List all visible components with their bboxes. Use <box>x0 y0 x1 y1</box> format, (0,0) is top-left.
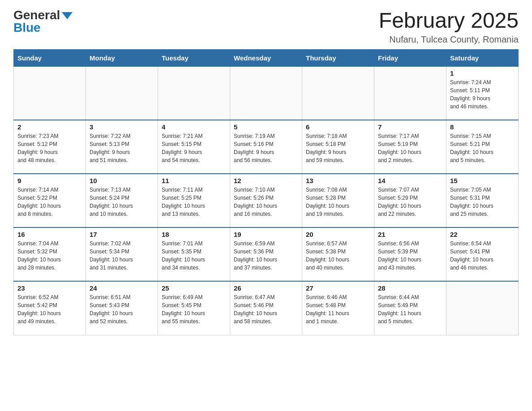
day-info-w3-d2: Sunrise: 7:01 AMSunset: 5:35 PMDaylight:… <box>162 240 226 272</box>
calendar-cell-w0-d5 <box>374 66 446 120</box>
calendar-cell-w1-d2: 4Sunrise: 7:21 AMSunset: 5:15 PMDaylight… <box>158 120 230 174</box>
header-saturday: Saturday <box>446 49 519 66</box>
day-number-w2-d0: 9 <box>17 177 82 184</box>
day-info-w4-d5: Sunrise: 6:44 AMSunset: 5:49 PMDaylight:… <box>378 293 442 325</box>
day-info-w1-d6: Sunrise: 7:15 AMSunset: 5:21 PMDaylight:… <box>450 132 515 164</box>
day-number-w3-d3: 19 <box>234 231 298 238</box>
calendar-cell-w4-d6 <box>446 281 519 335</box>
calendar-cell-w3-d3: 19Sunrise: 6:59 AMSunset: 5:36 PMDayligh… <box>230 227 302 281</box>
day-number-w4-d4: 27 <box>306 284 370 292</box>
calendar-cell-w0-d6: 1Sunrise: 7:24 AMSunset: 5:11 PMDaylight… <box>446 66 519 120</box>
day-info-w2-d3: Sunrise: 7:10 AMSunset: 5:26 PMDaylight:… <box>234 186 298 218</box>
location: Nufaru, Tulcea County, Romania <box>379 34 519 45</box>
logo: General Blue <box>13 9 73 34</box>
day-info-w3-d1: Sunrise: 7:02 AMSunset: 5:34 PMDaylight:… <box>90 240 154 272</box>
calendar-cell-w2-d1: 10Sunrise: 7:13 AMSunset: 5:24 PMDayligh… <box>86 174 158 227</box>
day-number-w0-d6: 1 <box>450 69 515 77</box>
header-tuesday: Tuesday <box>158 49 230 66</box>
calendar-cell-w3-d0: 16Sunrise: 7:04 AMSunset: 5:32 PMDayligh… <box>14 227 86 281</box>
calendar-cell-w2-d5: 14Sunrise: 7:07 AMSunset: 5:29 PMDayligh… <box>374 174 446 227</box>
day-info-w4-d2: Sunrise: 6:49 AMSunset: 5:45 PMDaylight:… <box>162 293 226 325</box>
calendar-cell-w0-d0 <box>14 66 86 120</box>
day-info-w2-d4: Sunrise: 7:08 AMSunset: 5:28 PMDaylight:… <box>306 186 370 218</box>
header-thursday: Thursday <box>302 49 374 66</box>
title-block: February 2025 Nufaru, Tulcea County, Rom… <box>379 9 519 45</box>
day-info-w1-d1: Sunrise: 7:22 AMSunset: 5:13 PMDaylight:… <box>90 132 154 164</box>
calendar-cell-w4-d1: 24Sunrise: 6:51 AMSunset: 5:43 PMDayligh… <box>86 281 158 335</box>
day-info-w3-d5: Sunrise: 6:56 AMSunset: 5:39 PMDaylight:… <box>378 240 442 272</box>
day-number-w2-d6: 15 <box>450 177 515 184</box>
day-number-w1-d0: 2 <box>17 123 82 131</box>
day-number-w1-d3: 5 <box>234 123 298 131</box>
day-number-w1-d1: 3 <box>90 123 154 131</box>
calendar-cell-w3-d1: 17Sunrise: 7:02 AMSunset: 5:34 PMDayligh… <box>86 227 158 281</box>
header-friday: Friday <box>374 49 446 66</box>
calendar-cell-w4-d4: 27Sunrise: 6:46 AMSunset: 5:48 PMDayligh… <box>302 281 374 335</box>
day-number-w1-d2: 4 <box>162 123 226 131</box>
day-number-w4-d0: 23 <box>17 284 82 292</box>
logo-triangle-icon <box>62 12 73 19</box>
logo-blue-text: Blue <box>13 21 41 34</box>
calendar-cell-w1-d3: 5Sunrise: 7:19 AMSunset: 5:16 PMDaylight… <box>230 120 302 174</box>
logo-line1: General <box>13 9 73 21</box>
day-info-w3-d4: Sunrise: 6:57 AMSunset: 5:38 PMDaylight:… <box>306 240 370 272</box>
day-number-w3-d4: 20 <box>306 231 370 238</box>
day-info-w2-d5: Sunrise: 7:07 AMSunset: 5:29 PMDaylight:… <box>378 186 442 218</box>
week-row-3: 16Sunrise: 7:04 AMSunset: 5:32 PMDayligh… <box>14 227 519 281</box>
logo-general-text: General <box>13 8 60 22</box>
page-header: General Blue February 2025 Nufaru, Tulce… <box>13 9 519 45</box>
calendar-cell-w1-d0: 2Sunrise: 7:23 AMSunset: 5:12 PMDaylight… <box>14 120 86 174</box>
calendar-cell-w4-d5: 28Sunrise: 6:44 AMSunset: 5:49 PMDayligh… <box>374 281 446 335</box>
day-number-w4-d1: 24 <box>90 284 154 292</box>
calendar-cell-w1-d5: 7Sunrise: 7:17 AMSunset: 5:19 PMDaylight… <box>374 120 446 174</box>
weekday-header-row: Sunday Monday Tuesday Wednesday Thursday… <box>14 49 519 66</box>
day-info-w2-d6: Sunrise: 7:05 AMSunset: 5:31 PMDaylight:… <box>450 186 515 218</box>
day-number-w4-d3: 26 <box>234 284 298 292</box>
day-info-w4-d3: Sunrise: 6:47 AMSunset: 5:46 PMDaylight:… <box>234 293 298 325</box>
calendar-cell-w0-d4 <box>302 66 374 120</box>
calendar-cell-w2-d2: 11Sunrise: 7:11 AMSunset: 5:25 PMDayligh… <box>158 174 230 227</box>
day-info-w1-d0: Sunrise: 7:23 AMSunset: 5:12 PMDaylight:… <box>17 132 82 164</box>
day-number-w3-d1: 17 <box>90 231 154 238</box>
header-monday: Monday <box>86 49 158 66</box>
day-info-w1-d3: Sunrise: 7:19 AMSunset: 5:16 PMDaylight:… <box>234 132 298 164</box>
day-number-w2-d3: 12 <box>234 177 298 184</box>
day-info-w3-d3: Sunrise: 6:59 AMSunset: 5:36 PMDaylight:… <box>234 240 298 272</box>
week-row-1: 2Sunrise: 7:23 AMSunset: 5:12 PMDaylight… <box>14 120 519 174</box>
day-number-w3-d0: 16 <box>17 231 82 238</box>
calendar-cell-w4-d2: 25Sunrise: 6:49 AMSunset: 5:45 PMDayligh… <box>158 281 230 335</box>
week-row-4: 23Sunrise: 6:52 AMSunset: 5:42 PMDayligh… <box>14 281 519 335</box>
month-title: February 2025 <box>379 9 519 33</box>
day-number-w1-d4: 6 <box>306 123 370 131</box>
day-number-w2-d5: 14 <box>378 177 442 184</box>
calendar-cell-w3-d6: 22Sunrise: 6:54 AMSunset: 5:41 PMDayligh… <box>446 227 519 281</box>
day-number-w2-d1: 10 <box>90 177 154 184</box>
day-info-w1-d2: Sunrise: 7:21 AMSunset: 5:15 PMDaylight:… <box>162 132 226 164</box>
day-info-w4-d1: Sunrise: 6:51 AMSunset: 5:43 PMDaylight:… <box>90 293 154 325</box>
calendar-cell-w1-d1: 3Sunrise: 7:22 AMSunset: 5:13 PMDaylight… <box>86 120 158 174</box>
day-number-w4-d5: 28 <box>378 284 442 292</box>
day-info-w2-d1: Sunrise: 7:13 AMSunset: 5:24 PMDaylight:… <box>90 186 154 218</box>
calendar-cell-w1-d4: 6Sunrise: 7:18 AMSunset: 5:18 PMDaylight… <box>302 120 374 174</box>
header-wednesday: Wednesday <box>230 49 302 66</box>
calendar-cell-w0-d3 <box>230 66 302 120</box>
day-number-w3-d5: 21 <box>378 231 442 238</box>
day-info-w2-d0: Sunrise: 7:14 AMSunset: 5:22 PMDaylight:… <box>17 186 82 218</box>
day-number-w3-d2: 18 <box>162 231 226 238</box>
calendar-cell-w3-d5: 21Sunrise: 6:56 AMSunset: 5:39 PMDayligh… <box>374 227 446 281</box>
day-info-w2-d2: Sunrise: 7:11 AMSunset: 5:25 PMDaylight:… <box>162 186 226 218</box>
day-number-w2-d4: 13 <box>306 177 370 184</box>
day-info-w4-d0: Sunrise: 6:52 AMSunset: 5:42 PMDaylight:… <box>17 293 82 325</box>
calendar-cell-w3-d4: 20Sunrise: 6:57 AMSunset: 5:38 PMDayligh… <box>302 227 374 281</box>
calendar-cell-w2-d6: 15Sunrise: 7:05 AMSunset: 5:31 PMDayligh… <box>446 174 519 227</box>
day-number-w3-d6: 22 <box>450 231 515 238</box>
week-row-2: 9Sunrise: 7:14 AMSunset: 5:22 PMDaylight… <box>14 174 519 227</box>
day-info-w0-d6: Sunrise: 7:24 AMSunset: 5:11 PMDaylight:… <box>450 78 515 111</box>
calendar-cell-w2-d3: 12Sunrise: 7:10 AMSunset: 5:26 PMDayligh… <box>230 174 302 227</box>
day-info-w1-d5: Sunrise: 7:17 AMSunset: 5:19 PMDaylight:… <box>378 132 442 164</box>
calendar-cell-w2-d4: 13Sunrise: 7:08 AMSunset: 5:28 PMDayligh… <box>302 174 374 227</box>
day-number-w1-d6: 8 <box>450 123 515 131</box>
calendar-cell-w4-d0: 23Sunrise: 6:52 AMSunset: 5:42 PMDayligh… <box>14 281 86 335</box>
header-sunday: Sunday <box>14 49 86 66</box>
calendar-cell-w3-d2: 18Sunrise: 7:01 AMSunset: 5:35 PMDayligh… <box>158 227 230 281</box>
